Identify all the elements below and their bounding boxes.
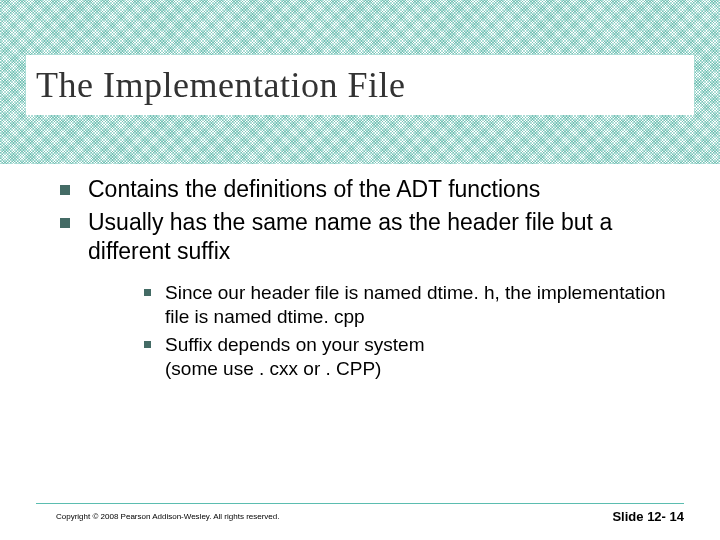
list-item: Since our header file is named dtime. h,… [144,281,680,329]
copyright-text: Copyright © 2008 Pearson Addison-Wesley.… [56,512,280,521]
content-area: Contains the definitions of the ADT func… [60,175,680,384]
sub-list: Since our header file is named dtime. h,… [144,281,680,380]
square-bullet-icon [60,185,70,195]
square-bullet-icon [144,289,151,296]
square-bullet-icon [60,218,70,228]
bullet-text: Contains the definitions of the ADT func… [88,175,540,204]
bullet-text: Usually has the same name as the header … [88,208,680,266]
title-box: The Implementation File [26,55,694,115]
list-item: Contains the definitions of the ADT func… [60,175,680,204]
sub-bullet-text: Suffix depends on your system (some use … [165,333,424,381]
footer: Copyright © 2008 Pearson Addison-Wesley.… [0,504,720,528]
header-pattern-band: The Implementation File [0,0,720,164]
sub-bullet-text: Since our header file is named dtime. h,… [165,281,680,329]
square-bullet-icon [144,341,151,348]
list-item: Suffix depends on your system (some use … [144,333,680,381]
list-item: Usually has the same name as the header … [60,208,680,266]
slide-title: The Implementation File [36,64,405,106]
slide-number: Slide 12- 14 [612,509,684,524]
